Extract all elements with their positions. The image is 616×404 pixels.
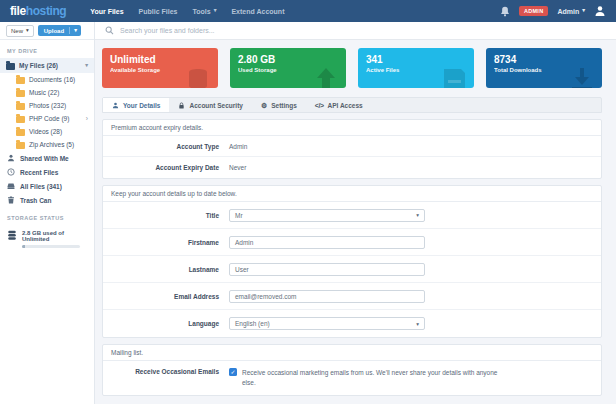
firstname-input[interactable]: Admin (229, 236, 425, 249)
lock-icon (178, 102, 185, 109)
tab-settings[interactable]: ⚙ Settings (252, 98, 306, 112)
email-input[interactable]: email@removed.com (229, 290, 425, 303)
top-navbar: filehosting Your Files Public Files Tool… (0, 0, 616, 22)
storage-progress-bar (22, 245, 80, 248)
expiry-panel-header: Premium account expiry details. (103, 120, 601, 136)
my-drive-label: MY DRIVE (0, 40, 94, 58)
sidebar-item-music[interactable]: Music (22) (0, 86, 94, 99)
lastname-row: Lastname User (103, 256, 601, 283)
tab-label: Settings (271, 102, 297, 109)
side-item-label: Shared With Me (20, 155, 69, 162)
mailing-panel-header: Mailing list. (103, 345, 601, 361)
admin-badge: ADMIN (519, 6, 549, 16)
tree-label: Videos (28) (29, 128, 62, 135)
storage-usage-text: 2.8 GB used of Unlimited (22, 230, 87, 242)
download-icon (569, 66, 595, 88)
logo-part-1: file (10, 4, 26, 18)
account-expiry-row: Account Expiry Date Never (103, 157, 601, 178)
caret-down-icon: ▾ (582, 8, 585, 14)
stat-cards: Unlimited Available Storage 2.80 GB Used… (102, 48, 602, 88)
mailing-panel: Mailing list. Receive Occasional Emails … (102, 344, 602, 396)
expiry-panel: Premium account expiry details. Account … (102, 119, 602, 179)
tree-label: Photos (232) (29, 102, 66, 109)
tree-label: PHP Code (9) (29, 115, 69, 122)
account-type-row: Account Type Admin (103, 136, 601, 157)
caret-down-icon: ▾ (26, 28, 29, 34)
details-panel-header: Keep your account details up to date bel… (103, 186, 601, 202)
mailing-description: Receive occasional marketing emails from… (242, 368, 498, 388)
search-placeholder: Search your files and folders... (120, 27, 215, 34)
nav-links: Your Files Public Files Tools▾ Extend Ac… (90, 8, 284, 15)
account-tabs: Your Details Account Security ⚙ Settings… (102, 97, 602, 113)
navbar-right: ADMIN Admin▾ (500, 5, 606, 17)
tab-your-details[interactable]: Your Details (103, 98, 169, 112)
folder-icon (16, 77, 25, 84)
save-icon (441, 66, 467, 88)
title-row: Title Mr▾ (103, 202, 601, 229)
field-label: Language (111, 320, 229, 327)
sidebar-item-documents[interactable]: Documents (16) (0, 73, 94, 86)
receive-emails-checkbox[interactable]: ✓ (229, 368, 237, 376)
nav-tools[interactable]: Tools▾ (193, 8, 217, 15)
user-menu-label: Admin (557, 8, 579, 15)
sidebar: New▾ Upload▾ MY DRIVE My Files (26) ▾ Do… (0, 22, 95, 404)
search-icon (105, 26, 114, 35)
upload-button[interactable]: Upload▾ (38, 25, 81, 37)
title-select-value: Mr (235, 212, 243, 219)
arrow-up-icon (313, 66, 339, 88)
nav-your-files[interactable]: Your Files (90, 8, 123, 15)
upload-button-label: Upload (44, 28, 64, 34)
caret-down-icon: ▾ (85, 63, 88, 69)
nav-extend-account[interactable]: Extend Account (231, 8, 284, 15)
chevron-right-icon: › (86, 115, 88, 122)
folder-icon (16, 116, 25, 123)
caret-down-icon: ▾ (74, 27, 77, 33)
database-icon (185, 66, 211, 88)
user-menu[interactable]: Admin▾ (557, 8, 585, 15)
content: Unlimited Available Storage 2.80 GB Used… (95, 40, 616, 404)
sidebar-item-my-files[interactable]: My Files (26) ▾ (0, 58, 94, 73)
search-bar[interactable]: Search your files and folders... (95, 22, 616, 40)
sidebar-item-trash-can[interactable]: Trash Can (0, 193, 94, 207)
language-select[interactable]: English (en)▾ (229, 317, 425, 330)
nav-public-files[interactable]: Public Files (139, 8, 178, 15)
card-value: 2.80 GB (238, 54, 338, 65)
field-label: Lastname (111, 266, 229, 273)
logo-part-2: hosting (26, 4, 67, 18)
tree-label: Documents (16) (29, 76, 75, 83)
tab-label: Account Security (189, 102, 242, 109)
shared-person-icon (7, 154, 15, 162)
tab-account-security[interactable]: Account Security (169, 98, 251, 112)
language-select-value: English (en) (235, 320, 270, 327)
title-select[interactable]: Mr▾ (229, 209, 425, 222)
sidebar-item-all-files[interactable]: All Files (341) (0, 179, 94, 193)
sidebar-item-videos[interactable]: Videos (28) (0, 125, 94, 138)
caret-down-icon: ▾ (416, 321, 419, 327)
card-value: Unlimited (110, 54, 210, 65)
bell-icon[interactable] (500, 6, 510, 17)
drive-icon (7, 182, 15, 190)
new-button-label: New (11, 28, 23, 34)
tab-api-access[interactable]: </> API Access (306, 98, 372, 112)
folder-icon (16, 90, 25, 97)
card-total-downloads: 8734 Total Downloads (486, 48, 602, 88)
main-area: Search your files and folders... Unlimit… (95, 22, 616, 404)
sidebar-item-shared-with-me[interactable]: Shared With Me (0, 151, 94, 165)
sidebar-item-recent-files[interactable]: Recent Files (0, 165, 94, 179)
details-panel: Keep your account details up to date bel… (102, 185, 602, 338)
new-button[interactable]: New▾ (6, 25, 34, 37)
firstname-row: Firstname Admin (103, 229, 601, 256)
card-available-storage: Unlimited Available Storage (102, 48, 218, 88)
app-logo[interactable]: filehosting (10, 4, 66, 18)
field-label: Firstname (111, 239, 229, 246)
sidebar-item-photos[interactable]: Photos (232) (0, 99, 94, 112)
lastname-input[interactable]: User (229, 263, 425, 276)
avatar-icon[interactable] (594, 5, 606, 17)
sidebar-item-php-code[interactable]: PHP Code (9) › (0, 112, 94, 125)
sidebar-item-zip-archives[interactable]: Zip Archives (5) (0, 138, 94, 151)
field-label: Receive Occasional Emails (111, 368, 229, 375)
database-icon (7, 230, 17, 241)
tree-label: Music (22) (29, 89, 59, 96)
card-value: 8734 (494, 54, 594, 65)
caret-down-icon: ▾ (416, 212, 419, 218)
